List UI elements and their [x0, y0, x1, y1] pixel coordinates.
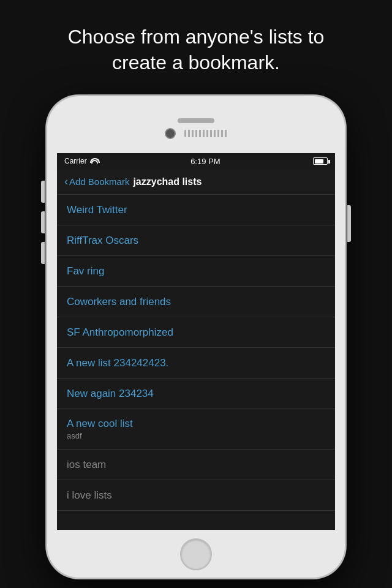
list-item-rifftrax-oscars[interactable]: RiffTrax Oscars	[57, 225, 335, 256]
list-item-fav-ring[interactable]: Fav ring	[57, 256, 335, 287]
phone-frame: Carrier 6:19 PM ‹ Add Bookmark jazzychad…	[46, 95, 346, 579]
list-item-weird-twitter[interactable]: Weird Twitter	[57, 195, 335, 225]
top-speaker	[178, 118, 214, 123]
home-button[interactable]	[180, 538, 212, 570]
back-chevron-icon: ‹	[64, 175, 68, 188]
list-item-main-new-list-234242423: A new list 234242423.	[67, 357, 325, 369]
list-item-main-rifftrax-oscars: RiffTrax Oscars	[67, 235, 325, 247]
back-button[interactable]: ‹ Add Bookmark	[64, 175, 129, 188]
earpiece	[184, 130, 227, 137]
nav-title: jazzychad lists	[133, 176, 202, 187]
list-item-main-sf-anthropomorphized: SF Anthropomorphized	[67, 326, 325, 339]
list-item-main-new-again-234234: New again 234234	[67, 388, 325, 400]
headline: Choose from anyone's lists to create a b…	[0, 0, 392, 94]
list-item-main-coworkers-friends: Coworkers and friends	[67, 296, 325, 308]
carrier-label: Carrier	[64, 157, 87, 165]
list-item-new-list-234242423[interactable]: A new list 234242423.	[57, 348, 335, 379]
status-time: 6:19 PM	[190, 157, 220, 166]
list-item-new-again-234234[interactable]: New again 234234	[57, 379, 335, 409]
status-battery	[313, 157, 328, 165]
list-item-main-ios-team: ios team	[67, 459, 325, 471]
phone-bottom	[46, 530, 346, 579]
list-item-new-cool-list[interactable]: A new cool listasdf	[57, 409, 335, 450]
back-label: Add Bookmark	[69, 176, 129, 187]
headline-line1: Choose from anyone's lists to	[68, 26, 325, 48]
phone-top	[46, 95, 346, 156]
list-item-ios-team[interactable]: ios team	[57, 450, 335, 480]
list-item-i-love-lists[interactable]: i love lists	[57, 480, 335, 511]
camera-row	[165, 128, 227, 139]
list-item-coworkers-friends[interactable]: Coworkers and friends	[57, 287, 335, 317]
list-item-main-fav-ring: Fav ring	[67, 265, 325, 277]
list-item-main-new-cool-list: A new cool list	[67, 418, 325, 430]
headline-line2: create a bookmark.	[112, 51, 280, 74]
phone-screen: Carrier 6:19 PM ‹ Add Bookmark jazzychad…	[57, 153, 335, 530]
list-item-main-weird-twitter: Weird Twitter	[67, 204, 325, 216]
list-item-sf-anthropomorphized[interactable]: SF Anthropomorphized	[57, 317, 335, 348]
front-camera	[165, 128, 176, 139]
list-item-sub-new-cool-list: asdf	[67, 431, 325, 440]
battery-icon	[313, 157, 328, 165]
nav-bar: ‹ Add Bookmark jazzychad lists	[57, 169, 335, 195]
wifi-icon	[89, 158, 98, 164]
lists-container[interactable]: Weird TwitterRiffTrax OscarsFav ringCowo…	[57, 195, 335, 530]
status-bar: Carrier 6:19 PM	[57, 153, 335, 169]
battery-fill	[315, 159, 323, 164]
list-item-main-i-love-lists: i love lists	[67, 489, 325, 502]
carrier: Carrier	[64, 157, 98, 165]
